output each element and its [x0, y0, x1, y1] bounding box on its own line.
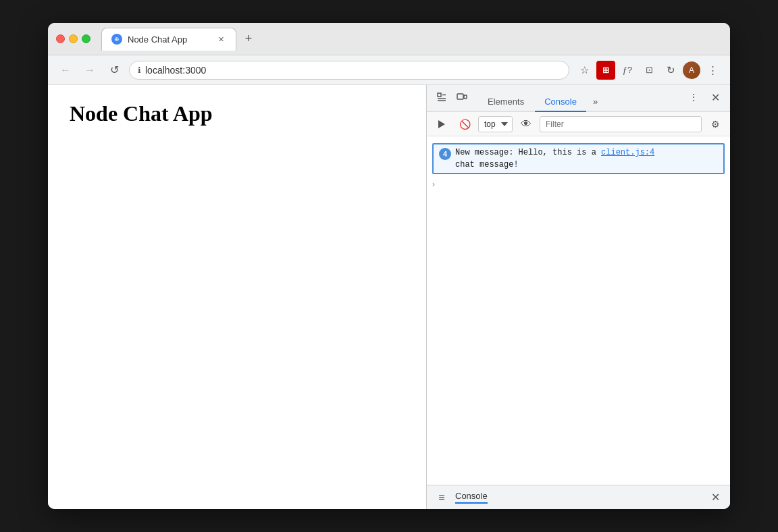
bottom-menu-button[interactable]: ≡ [434, 489, 450, 506]
page-heading: Node Chat App [70, 101, 405, 126]
console-message-item: 4 New message: Hello, this is a client.j… [432, 143, 725, 174]
device-toggle-button[interactable] [452, 88, 471, 107]
security-icon: ℹ [138, 65, 141, 75]
tab-elements[interactable]: Elements [478, 92, 534, 112]
svg-rect-5 [464, 95, 467, 99]
devtools-bottom-bar: ≡ Console ✕ [427, 485, 730, 509]
console-eye-icon[interactable]: 👁 [517, 115, 536, 134]
tab-more-button[interactable]: » [588, 92, 603, 111]
console-messages: 4 New message: Hello, this is a client.j… [427, 136, 730, 485]
screenshot-button[interactable]: ⊡ [640, 61, 658, 80]
tab-close-button[interactable]: ✕ [215, 34, 226, 45]
devtools-panel: Elements Console » ⋮ ✕ 🚫 [426, 85, 730, 509]
tab-area: ⊕ Node Chat App ✕ + [101, 28, 722, 51]
console-filter-input[interactable] [540, 116, 702, 132]
message-text-part1: New message: Hello, this is a [455, 148, 601, 157]
source-link[interactable]: client.js:4 [601, 148, 654, 157]
new-tab-button[interactable]: + [239, 30, 258, 49]
console-run-button[interactable] [432, 115, 451, 134]
back-button[interactable]: ← [56, 61, 75, 80]
console-context-select[interactable]: top [478, 116, 513, 132]
maximize-window-button[interactable] [82, 34, 90, 43]
tab-title: Node Chat App [128, 34, 210, 45]
devtools-menu-button[interactable]: ⋮ [684, 88, 703, 107]
address-bar: ← → ↺ ℹ localhost:3000 ☆ ⊞ ƒ? ⊡ ↻ A ⋮ [48, 55, 730, 85]
message-text-part2: chat message! [455, 160, 519, 169]
bottom-console-label: Console [455, 491, 488, 504]
refresh-button[interactable]: ↻ [661, 61, 680, 80]
title-bar: ⊕ Node Chat App ✕ + [48, 23, 730, 55]
browser-page: Node Chat App [48, 85, 426, 509]
url-text: localhost:3000 [145, 65, 561, 76]
bookmark-button[interactable]: ☆ [575, 61, 594, 80]
devtools-right-controls: ⋮ ✕ [684, 88, 725, 111]
console-clear-button[interactable]: 🚫 [455, 115, 474, 134]
profile-avatar[interactable]: A [683, 61, 700, 79]
tab-favicon-icon: ⊕ [111, 34, 122, 45]
reload-button[interactable]: ↺ [105, 61, 124, 80]
toolbar-icons: ☆ ⊞ ƒ? ⊡ ↻ A ⋮ [575, 61, 722, 80]
main-area: Node Chat App [48, 85, 730, 509]
tab-console[interactable]: Console [535, 92, 586, 112]
url-bar[interactable]: ℹ localhost:3000 [129, 61, 569, 80]
message-content: New message: Hello, this is a client.js:… [455, 147, 718, 171]
console-settings-button[interactable]: ⚙ [706, 115, 725, 134]
minimize-window-button[interactable] [69, 34, 78, 43]
message-count-badge: 4 [439, 148, 451, 160]
devtools-tab-bar: Elements Console » ⋮ ✕ [427, 85, 730, 112]
more-menu-button[interactable]: ⋮ [703, 61, 722, 80]
svg-rect-0 [438, 93, 441, 97]
console-expand-arrow[interactable]: › [427, 178, 730, 190]
function-button[interactable]: ƒ? [618, 61, 637, 80]
svg-marker-6 [438, 120, 445, 128]
console-toolbar: 🚫 top 👁 ⚙ [427, 112, 730, 136]
browser-window: ⊕ Node Chat App ✕ + ← → ↺ ℹ localhost:30… [48, 23, 730, 509]
forward-button[interactable]: → [80, 61, 99, 80]
traffic-lights [56, 34, 90, 43]
bottom-close-button[interactable]: ✕ [707, 489, 723, 506]
devtools-close-button[interactable]: ✕ [706, 88, 725, 107]
close-window-button[interactable] [56, 34, 65, 43]
svg-rect-4 [457, 94, 463, 99]
active-tab[interactable]: ⊕ Node Chat App ✕ [101, 28, 236, 51]
devtools-toolbar-icons [432, 88, 471, 111]
extensions-button[interactable]: ⊞ [596, 61, 615, 80]
element-picker-button[interactable] [432, 88, 451, 107]
